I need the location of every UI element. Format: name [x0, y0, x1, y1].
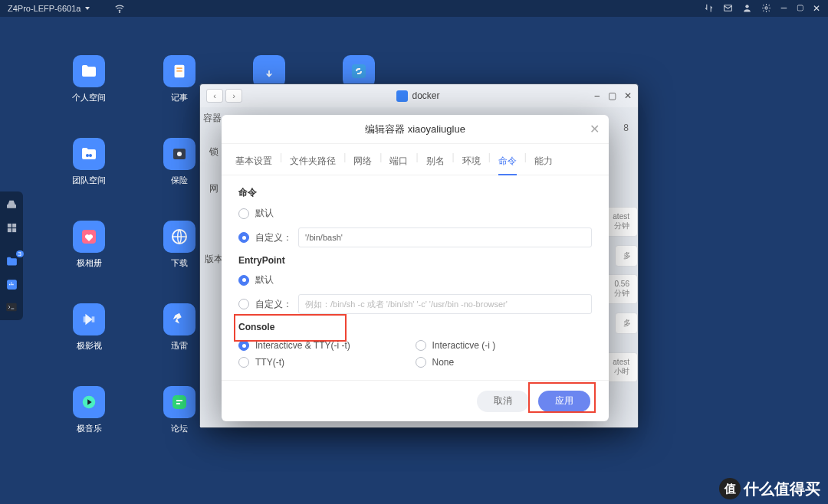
svg-rect-8 — [352, 64, 366, 78]
cmd-custom-input[interactable] — [298, 227, 592, 247]
svg-rect-20 — [7, 228, 11, 232]
cmd-section-title: 命令 — [238, 186, 592, 199]
entry-default-radio[interactable] — [238, 275, 249, 286]
net-icon[interactable] — [704, 3, 714, 13]
tab-ports[interactable]: 端口 — [389, 152, 408, 175]
svg-rect-23 — [6, 303, 16, 312]
dialog-tabs: 基本设置| 文件夹路径| 网络| 端口| 别名| 环境| 命令| 能力 — [222, 144, 609, 175]
tab-paths[interactable]: 文件夹路径 — [290, 152, 336, 175]
dock-drive-icon[interactable] — [3, 196, 20, 213]
apply-button[interactable]: 应用 — [538, 391, 590, 412]
svg-point-12 — [177, 152, 182, 156]
svg-point-2 — [745, 5, 748, 8]
console-tty-radio[interactable] — [238, 357, 249, 368]
watermark-text: 什么值得买 — [744, 479, 820, 499]
tab-env[interactable]: 环境 — [462, 152, 481, 175]
desktop-xun[interactable]: 迅雷 — [158, 303, 201, 352]
entry-default-label: 默认 — [255, 273, 274, 286]
desktop-forum[interactable]: 论坛 — [158, 386, 201, 434]
svg-point-10 — [89, 154, 92, 157]
side-dock: 3 — [0, 191, 23, 320]
svg-rect-17 — [7, 205, 16, 208]
close-icon[interactable]: ✕ — [813, 3, 820, 14]
desktop-music[interactable]: 极音乐 — [67, 386, 110, 434]
tab-caps[interactable]: 能力 — [534, 152, 553, 175]
desktop-album[interactable]: 极相册 — [67, 221, 110, 269]
nav-fwd-button[interactable]: › — [225, 89, 242, 103]
hostname[interactable]: Z4Pro-LEFP-6601a — [8, 4, 80, 13]
mail-icon[interactable] — [723, 3, 733, 13]
entry-custom-label: 自定义： — [255, 298, 292, 311]
cmd-default-label: 默认 — [255, 207, 274, 220]
svg-rect-16 — [172, 395, 186, 409]
nav-back-button[interactable]: ‹ — [206, 89, 223, 103]
maximize-icon[interactable]: ▢ — [797, 3, 803, 14]
minimize-icon[interactable]: ‒ — [780, 3, 787, 14]
desktop-notes[interactable]: 记事 — [158, 55, 201, 103]
svg-rect-18 — [7, 223, 11, 227]
dock-folder-icon[interactable]: 3 — [3, 253, 20, 270]
cmd-default-radio[interactable] — [238, 208, 249, 219]
window-title: docker — [412, 90, 439, 101]
partial-text: 容器 — [203, 112, 222, 125]
chevron-down-icon[interactable] — [85, 7, 90, 10]
dialog-title: 编辑容器 xiaoyaliuglue — [365, 123, 465, 136]
docker-logo-icon — [396, 90, 408, 102]
svg-point-9 — [86, 154, 89, 157]
win-maximize-icon[interactable]: ▢ — [608, 90, 616, 101]
person-icon[interactable] — [742, 3, 752, 13]
svg-point-3 — [765, 7, 767, 9]
svg-rect-19 — [12, 223, 16, 227]
console-none-radio[interactable] — [416, 357, 426, 368]
dock-terminal-icon[interactable] — [3, 299, 20, 316]
desktop-down[interactable]: 下载 — [158, 221, 201, 269]
cmd-custom-label: 自定义： — [255, 231, 292, 244]
system-topbar: Z4Pro-LEFP-6601a ‒ ▢ ✕ — [0, 0, 828, 17]
desktop-safe[interactable]: 保险 — [158, 138, 201, 186]
win-close-icon[interactable]: ✕ — [624, 90, 632, 101]
watermark-logo: 值 — [719, 478, 741, 499]
entry-custom-input[interactable] — [298, 294, 592, 314]
desktop-personal[interactable]: 个人空间 — [67, 55, 110, 103]
desktop-team[interactable]: 团队空间 — [67, 138, 110, 186]
dock-docker-icon[interactable] — [3, 276, 20, 293]
watermark: 值 什么值得买 — [719, 478, 820, 499]
svg-point-0 — [120, 11, 120, 12]
tab-alias[interactable]: 别名 — [426, 152, 445, 175]
cancel-button[interactable]: 取消 — [477, 391, 529, 412]
tab-basic[interactable]: 基本设置 — [235, 152, 272, 175]
dialog-close-icon[interactable]: ✕ — [590, 122, 600, 136]
svg-rect-21 — [12, 228, 16, 232]
cmd-custom-radio[interactable] — [238, 232, 249, 243]
console-i-radio[interactable] — [416, 340, 426, 351]
entry-section-title: EntryPoint — [238, 255, 592, 266]
console-itty-radio[interactable] — [238, 340, 249, 351]
win-minimize-icon[interactable]: ‒ — [594, 90, 600, 101]
tab-network[interactable]: 网络 — [353, 152, 372, 175]
svg-rect-6 — [176, 70, 182, 71]
dock-grid-icon[interactable] — [3, 219, 20, 236]
console-section-title: Console — [238, 322, 592, 332]
tab-cmd[interactable]: 命令 — [498, 152, 517, 175]
entry-custom-radio[interactable] — [238, 299, 249, 309]
wifi-icon[interactable] — [114, 3, 125, 14]
desktop-movie[interactable]: 极影视 — [67, 303, 110, 352]
gear-icon[interactable] — [761, 3, 771, 13]
svg-rect-5 — [176, 67, 182, 68]
edit-container-dialog: 编辑容器 xiaoyaliuglue ✕ 基本设置| 文件夹路径| 网络| 端口… — [222, 115, 609, 421]
